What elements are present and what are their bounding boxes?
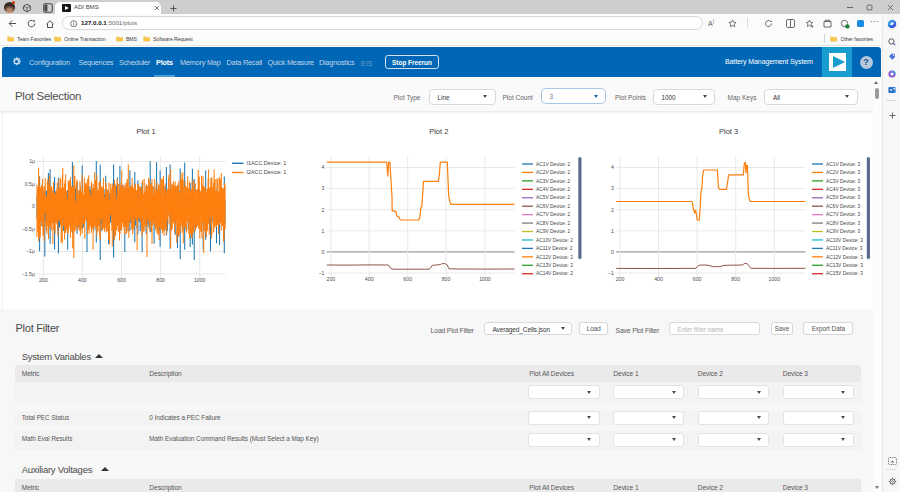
svg-text:0.5µ: 0.5µ <box>25 181 35 187</box>
svg-text:200: 200 <box>39 277 48 283</box>
svg-text:AC10V Device: 3: AC10V Device: 3 <box>826 238 863 243</box>
svg-text:−0.5µ: −0.5µ <box>22 226 35 232</box>
svg-text:Plot 2: Plot 2 <box>429 127 448 136</box>
svg-text:−1.5µ: −1.5µ <box>22 271 35 277</box>
svg-text:AC2V Device: 2: AC2V Device: 2 <box>536 170 570 175</box>
svg-text:1000: 1000 <box>769 276 781 282</box>
svg-text:4: 4 <box>611 164 614 170</box>
svg-text:AC1V Device: 2: AC1V Device: 2 <box>536 162 570 167</box>
svg-text:AC12V Device: 3: AC12V Device: 3 <box>826 255 863 260</box>
svg-text:AC5V Device: 3: AC5V Device: 3 <box>826 195 860 200</box>
svg-text:−1µ: −1µ <box>26 248 35 254</box>
svg-text:I1ACC Device: 1: I1ACC Device: 1 <box>247 160 287 166</box>
svg-text:AC4V Device: 3: AC4V Device: 3 <box>826 187 860 192</box>
svg-text:AC10V Device: 2: AC10V Device: 2 <box>536 238 573 243</box>
svg-text:−1: −1 <box>319 270 325 276</box>
svg-text:AC13V Device: 2: AC13V Device: 2 <box>536 263 573 268</box>
svg-text:800: 800 <box>442 276 451 282</box>
svg-text:400: 400 <box>365 276 374 282</box>
svg-text:AC14V Device: 2: AC14V Device: 2 <box>536 271 573 276</box>
svg-text:4: 4 <box>322 164 325 170</box>
svg-text:0: 0 <box>32 203 35 209</box>
svg-text:1000: 1000 <box>479 276 491 282</box>
svg-text:3: 3 <box>322 185 325 191</box>
svg-text:0: 0 <box>611 249 614 255</box>
svg-text:Plot 1: Plot 1 <box>136 127 155 136</box>
svg-text:1: 1 <box>322 228 325 234</box>
svg-text:AC4V Device: 2: AC4V Device: 2 <box>536 187 570 192</box>
svg-text:AC3V Device: 2: AC3V Device: 2 <box>536 179 570 184</box>
svg-text:AC13V Device: 3: AC13V Device: 3 <box>826 263 863 268</box>
svg-text:AC7V Device: 2: AC7V Device: 2 <box>536 212 570 217</box>
svg-text:AC9V Device: 2: AC9V Device: 2 <box>536 229 570 234</box>
svg-text:AC8V Device: 3: AC8V Device: 3 <box>826 221 860 226</box>
svg-text:AC11V Device: 3: AC11V Device: 3 <box>826 246 863 251</box>
svg-text:AC6V Device: 3: AC6V Device: 3 <box>826 204 860 209</box>
svg-text:200: 200 <box>327 276 336 282</box>
svg-text:800: 800 <box>156 277 165 283</box>
svg-text:1000: 1000 <box>194 277 206 283</box>
svg-text:2: 2 <box>611 207 614 213</box>
svg-text:400: 400 <box>654 276 663 282</box>
svg-text:600: 600 <box>117 277 126 283</box>
svg-text:AC8V Device: 2: AC8V Device: 2 <box>536 221 570 226</box>
svg-text:1µ: 1µ <box>29 158 35 164</box>
svg-text:400: 400 <box>78 277 87 283</box>
svg-text:200: 200 <box>616 276 625 282</box>
svg-text:AC7V Device: 3: AC7V Device: 3 <box>826 212 860 217</box>
svg-text:2: 2 <box>322 207 325 213</box>
svg-text:1: 1 <box>611 228 614 234</box>
svg-text:AC2V Device: 3: AC2V Device: 3 <box>826 170 860 175</box>
svg-text:AC12V Device: 2: AC12V Device: 2 <box>536 255 573 260</box>
svg-text:3: 3 <box>611 185 614 191</box>
svg-text:AC5V Device: 2: AC5V Device: 2 <box>536 195 570 200</box>
svg-text:AC6V Device: 2: AC6V Device: 2 <box>536 204 570 209</box>
svg-text:−1: −1 <box>608 270 614 276</box>
svg-text:0: 0 <box>322 249 325 255</box>
svg-text:Plot 3: Plot 3 <box>719 127 738 136</box>
svg-text:800: 800 <box>731 276 740 282</box>
svg-text:AC11V Device: 2: AC11V Device: 2 <box>536 246 573 251</box>
svg-text:AC3V Device: 3: AC3V Device: 3 <box>826 179 860 184</box>
svg-text:I2ACC Device: 1: I2ACC Device: 1 <box>247 169 287 175</box>
svg-text:600: 600 <box>403 276 412 282</box>
svg-text:AC1V Device: 3: AC1V Device: 3 <box>826 162 860 167</box>
svg-text:600: 600 <box>693 276 702 282</box>
svg-text:AC15V Device: 3: AC15V Device: 3 <box>826 271 863 276</box>
svg-text:AC9V Device: 3: AC9V Device: 3 <box>826 229 860 234</box>
